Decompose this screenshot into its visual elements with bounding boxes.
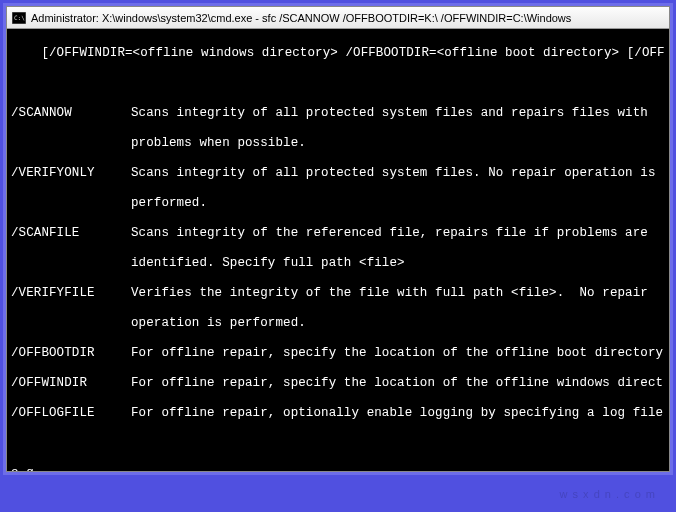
option-row: /OFFLOGFILEFor offline repair, optionall… <box>11 406 665 421</box>
option-row: operation is performed. <box>11 316 665 331</box>
option-row: problems when possible. <box>11 136 665 151</box>
option-desc: performed. <box>131 196 665 211</box>
option-desc: Scans integrity of all protected system … <box>131 106 665 121</box>
option-desc: For offline repair, specify the location… <box>131 376 665 391</box>
option-row: /VERIFYFILEVerifies the integrity of the… <box>11 286 665 301</box>
option-desc: For offline repair, optionally enable lo… <box>131 406 665 421</box>
option-name: /SCANFILE <box>11 226 131 241</box>
titlebar[interactable]: C:\ Administrator: X:\windows\system32\c… <box>7 7 669 29</box>
option-name: /SCANNOW <box>11 106 131 121</box>
syntax-line: [/OFFWINDIR=<offline windows directory> … <box>11 46 665 61</box>
option-desc: operation is performed. <box>131 316 665 331</box>
cmd-window: C:\ Administrator: X:\windows\system32\c… <box>6 6 670 472</box>
terminal-output[interactable]: [/OFFWINDIR=<offline windows directory> … <box>7 29 669 471</box>
option-desc: problems when possible. <box>131 136 665 151</box>
option-name: /OFFWINDIR <box>11 376 131 391</box>
option-desc: Scans integrity of the referenced file, … <box>131 226 665 241</box>
option-desc: For offline repair, specify the location… <box>131 346 665 361</box>
option-row: /OFFBOOTDIRFor offline repair, specify t… <box>11 346 665 361</box>
option-desc: identified. Specify full path <file> <box>131 256 665 271</box>
watermark: w s x d n . c o m <box>560 488 656 500</box>
option-desc: Verifies the integrity of the file with … <box>131 286 665 301</box>
cmd-icon: C:\ <box>11 11 27 25</box>
option-name: /OFFLOGFILE <box>11 406 131 421</box>
titlebar-text: Administrator: X:\windows\system32\cmd.e… <box>31 12 571 24</box>
option-row: /OFFWINDIRFor offline repair, specify th… <box>11 376 665 391</box>
option-row: identified. Specify full path <file> <box>11 256 665 271</box>
option-desc: Scans integrity of all protected system … <box>131 166 665 181</box>
option-name: /VERIFYFILE <box>11 286 131 301</box>
option-name: /VERIFYONLY <box>11 166 131 181</box>
svg-text:C:\: C:\ <box>14 14 25 21</box>
option-name: /OFFBOOTDIR <box>11 346 131 361</box>
option-row: /SCANFILEScans integrity of the referenc… <box>11 226 665 241</box>
option-row: /VERIFYONLYScans integrity of all protec… <box>11 166 665 181</box>
eg-label: e.g. <box>11 466 665 471</box>
option-row: /SCANNOWScans integrity of all protected… <box>11 106 665 121</box>
option-row: performed. <box>11 196 665 211</box>
